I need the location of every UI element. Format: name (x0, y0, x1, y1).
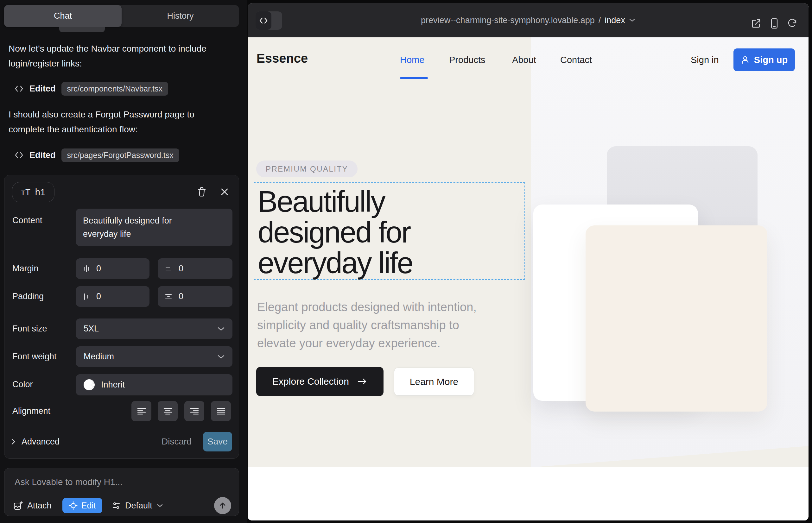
sign-up-button[interactable]: Sign up (734, 49, 795, 71)
sliders-icon (112, 501, 121, 510)
edited-file-row: Edited src/components/Navbar.tsx (14, 82, 168, 96)
margin-horizontal-icon (83, 265, 90, 273)
delete-element-button[interactable] (194, 184, 209, 199)
nav-link-about[interactable]: About (512, 55, 536, 65)
url-domain: preview--charming-site-symphony.lovable.… (421, 16, 595, 25)
external-link-icon (751, 18, 761, 29)
chevron-down-icon (157, 504, 163, 507)
hero-headline[interactable]: Beautifully designed for everyday life (258, 186, 413, 278)
chevron-down-icon (217, 355, 225, 359)
lovable-left-panel: Chat History Now let's update the Navbar… (0, 0, 247, 523)
element-tag-label: h1 (35, 187, 45, 198)
tab-history[interactable]: History (122, 5, 239, 27)
chevron-right-icon (11, 438, 16, 446)
align-left-icon (137, 407, 146, 415)
padding-x-input[interactable]: 0 (76, 286, 149, 307)
padding-y-value: 0 (179, 292, 183, 301)
advanced-label: Advanced (21, 437, 59, 447)
preview-chrome-bar: preview--charming-site-symphony.lovable.… (248, 3, 809, 37)
font-weight-select[interactable]: Medium (76, 346, 232, 367)
hero-paragraph-line: Elegant products designed with intention… (257, 298, 477, 316)
hero-paragraph: Elegant products designed with intention… (257, 298, 477, 353)
nav-link-contact[interactable]: Contact (560, 55, 592, 65)
edited-label: Edited (30, 150, 56, 160)
code-icon (255, 12, 271, 30)
save-button[interactable]: Save (203, 432, 232, 451)
padding-x-value: 0 (96, 292, 101, 301)
discard-button[interactable]: Discard (161, 432, 192, 451)
file-chip[interactable]: src/components/Navbar.tsx (61, 82, 169, 96)
selected-element-tag-pill: ᴛT h1 (12, 182, 54, 202)
align-justify-button[interactable] (211, 401, 231, 421)
content-textarea[interactable]: Beautifully designed for everyday life (76, 209, 232, 246)
site-canvas: Essence Home Products About Contact Sign… (248, 37, 809, 521)
close-icon (220, 187, 229, 197)
attach-button[interactable]: Attach (13, 501, 52, 511)
code-icon (14, 151, 24, 159)
chevron-down-icon[interactable] (629, 18, 635, 22)
assistant-message: Now let's update the Navbar component to… (8, 41, 227, 71)
margin-y-input[interactable]: 0 (158, 258, 232, 279)
prompt-composer: Ask Lovable to modify H1... Attach (4, 468, 239, 516)
align-justify-icon (216, 407, 226, 415)
scrolled-file-chip-partial (59, 27, 105, 32)
site-logo[interactable]: Essence (257, 51, 308, 66)
prompt-input[interactable]: Ask Lovable to modify H1... (15, 477, 123, 487)
content-label: Content (12, 216, 42, 226)
refresh-icon (787, 18, 797, 29)
user-icon (741, 55, 749, 64)
mobile-preview-button[interactable] (769, 18, 780, 29)
typography-icon: ᴛT (21, 187, 31, 197)
chat-history-tabs: Chat History (4, 5, 239, 27)
arrow-right-icon (357, 378, 367, 385)
close-inspector-button[interactable] (217, 184, 232, 199)
align-left-button[interactable] (131, 401, 152, 421)
margin-vertical-icon (165, 265, 172, 273)
nav-link-products[interactable]: Products (449, 55, 485, 65)
send-button[interactable] (214, 497, 231, 514)
margin-label: Margin (12, 264, 39, 273)
arrow-up-icon (218, 502, 227, 510)
align-right-icon (190, 407, 199, 415)
alignment-label: Alignment (12, 406, 50, 416)
hero-headline-line: Beautifully (258, 186, 413, 217)
advanced-toggle[interactable]: Advanced (11, 432, 59, 451)
margin-x-value: 0 (96, 264, 101, 273)
padding-y-input[interactable]: 0 (158, 286, 232, 307)
file-chip[interactable]: src/pages/ForgotPassword.tsx (61, 148, 179, 162)
smartphone-icon (770, 18, 778, 29)
model-mode-dropdown[interactable]: Default (112, 501, 163, 511)
margin-x-input[interactable]: 0 (76, 258, 149, 279)
padding-horizontal-icon (83, 292, 90, 301)
tab-chat[interactable]: Chat (4, 5, 122, 27)
font-size-label: Font size (12, 324, 47, 334)
assistant-message: I should also create a Forgot Password p… (8, 107, 227, 137)
font-weight-label: Font weight (12, 352, 57, 362)
url-bar[interactable]: preview--charming-site-symphony.lovable.… (248, 3, 809, 37)
font-size-select[interactable]: 5XL (76, 319, 232, 339)
open-in-new-tab-button[interactable] (751, 18, 762, 29)
hero-headline-line: everyday life (258, 248, 413, 278)
align-center-button[interactable] (158, 401, 178, 421)
refresh-button[interactable] (787, 18, 798, 29)
decorative-cream-card (586, 226, 767, 412)
content-value: Beautifully designed for everyday life (83, 214, 197, 240)
learn-more-button[interactable]: Learn More (394, 367, 474, 396)
font-size-value: 5XL (84, 324, 99, 334)
edited-file-row: Edited src/pages/ForgotPassword.tsx (14, 148, 179, 162)
code-view-toggle[interactable] (255, 12, 282, 30)
edit-mode-pill[interactable]: Edit (63, 498, 103, 513)
sign-in-link[interactable]: Sign in (691, 55, 719, 65)
attach-label: Attach (27, 501, 52, 511)
premium-quality-badge: PREMIUM QUALITY (256, 161, 357, 177)
explore-collection-button[interactable]: Explore Collection (256, 367, 384, 396)
hero-paragraph-line: simplicity and quality craftsmanship to (257, 316, 477, 334)
url-separator: / (599, 16, 601, 25)
cta-primary-label: Explore Collection (272, 376, 349, 387)
sign-up-label: Sign up (754, 55, 788, 65)
color-select[interactable]: Inherit (76, 374, 232, 395)
nav-link-home[interactable]: Home (400, 55, 424, 65)
crosshair-icon (69, 501, 77, 510)
trash-icon (197, 186, 207, 197)
align-right-button[interactable] (184, 401, 204, 421)
